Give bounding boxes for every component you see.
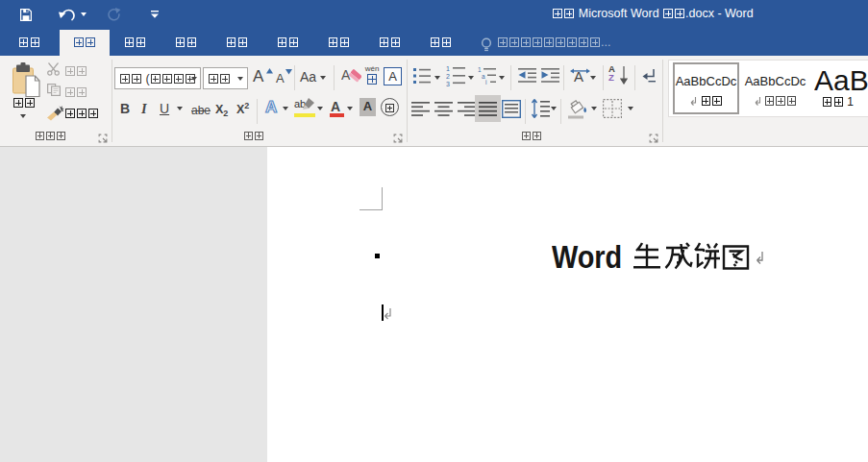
svg-text:3: 3 (446, 81, 450, 87)
svg-text:i: i (485, 79, 486, 85)
svg-text:1: 1 (446, 65, 450, 72)
svg-text:2: 2 (446, 73, 450, 80)
